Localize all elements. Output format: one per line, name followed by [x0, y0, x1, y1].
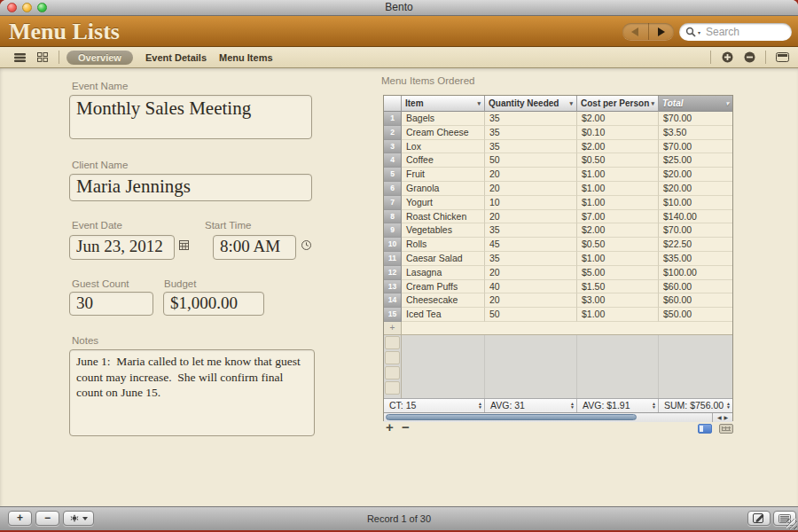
tab-overview[interactable]: Overview — [66, 51, 133, 65]
column-menu-icon[interactable]: ▾ — [725, 100, 729, 107]
table-row[interactable]: 7Yogurt10$1.00$10.00 — [384, 196, 732, 210]
summary-avg-quantity[interactable]: AVG: 31▲▼ — [485, 399, 577, 412]
summary-sum-total[interactable]: SUM: $756.00▲▼ — [659, 399, 732, 412]
start-time-field[interactable]: 8:00 AM — [213, 235, 296, 260]
cell-total[interactable]: $10.00 — [659, 196, 732, 210]
summary-stepper-icon[interactable]: ▲▼ — [726, 402, 731, 409]
tab-event-details[interactable]: Event Details — [145, 52, 207, 63]
cell-item[interactable]: Iced Tea — [402, 308, 485, 322]
cell-cost[interactable]: $0.50 — [577, 153, 659, 168]
cell-cost[interactable]: $1.00 — [577, 182, 659, 196]
summary-count[interactable]: CT: 15▲▼ — [384, 399, 485, 412]
table-row[interactable]: 15Iced Tea50$1.00$50.00 — [384, 308, 732, 322]
summary-stepper-icon[interactable]: ▲▼ — [652, 402, 656, 409]
cell-quantity[interactable]: 50 — [485, 308, 577, 322]
cell-total[interactable]: $20.00 — [659, 168, 732, 182]
cell-item[interactable]: Caesar Salad — [402, 252, 485, 266]
table-row[interactable]: 14Cheesecake20$3.00$60.00 — [384, 293, 732, 308]
cell-quantity[interactable]: 20 — [485, 266, 577, 280]
table-row[interactable]: 13Cream Puffs40$1.50$60.00 — [384, 280, 732, 294]
previous-record-button[interactable] — [622, 23, 648, 40]
cell-item[interactable]: Rolls — [402, 238, 485, 252]
column-menu-icon[interactable]: ▾ — [651, 100, 654, 107]
next-record-button[interactable] — [648, 23, 675, 40]
column-header-cost[interactable]: Cost per Person▾ — [577, 96, 659, 112]
add-row-button[interactable]: + — [384, 322, 402, 334]
resize-grip[interactable] — [786, 519, 797, 529]
cell-item[interactable]: Cream Cheese — [402, 126, 485, 140]
cell-cost[interactable]: $1.00 — [577, 308, 659, 322]
search-input[interactable] — [704, 25, 778, 39]
event-date-field[interactable]: Jun 23, 2012 — [69, 235, 175, 260]
notes-field[interactable]: June 1: Maria called to let me know that… — [69, 349, 315, 436]
cell-cost[interactable]: $0.10 — [577, 126, 659, 140]
cell-item[interactable]: Vegetables — [402, 223, 485, 238]
search-icon[interactable] — [685, 27, 696, 37]
cell-item[interactable]: Granola — [402, 182, 485, 196]
cell-cost[interactable]: $2.00 — [577, 112, 659, 126]
remove-tab-icon[interactable] — [740, 51, 758, 65]
cell-total[interactable]: $60.00 — [659, 280, 732, 294]
cell-cost[interactable]: $1.00 — [577, 196, 659, 210]
cell-total[interactable]: $100.00 — [659, 266, 732, 280]
budget-field[interactable]: $1,000.00 — [163, 292, 264, 316]
cell-quantity[interactable]: 20 — [485, 210, 577, 224]
table-row[interactable]: 8Roast Chicken20$7.00$140.00 — [384, 210, 732, 224]
clock-icon[interactable] — [301, 240, 311, 250]
cell-item[interactable]: Lasagna — [402, 266, 485, 280]
table-row[interactable]: 2Cream Cheese35$0.10$3.50 — [384, 126, 732, 140]
cell-total[interactable]: $3.50 — [659, 126, 732, 140]
cell-quantity[interactable]: 20 — [485, 293, 577, 308]
cell-quantity[interactable]: 45 — [485, 238, 577, 252]
edit-record-button[interactable] — [747, 511, 771, 526]
cell-item[interactable]: Bagels — [402, 112, 485, 126]
cell-cost[interactable]: $2.00 — [577, 140, 659, 154]
client-name-field[interactable]: Maria Jennings — [69, 174, 312, 201]
theme-panel-icon[interactable] — [773, 51, 791, 65]
cell-item[interactable]: Roast Chicken — [402, 210, 485, 224]
table-row[interactable]: 11Caesar Salad35$1.00$35.00 — [384, 252, 732, 266]
cell-item[interactable]: Cheesecake — [402, 293, 485, 308]
cell-quantity[interactable]: 35 — [485, 252, 577, 266]
cell-quantity[interactable]: 20 — [485, 182, 577, 196]
cell-total[interactable]: $70.00 — [659, 112, 732, 126]
column-header-total[interactable]: Total▾ — [659, 96, 732, 112]
cell-total[interactable]: $70.00 — [659, 140, 732, 154]
table-add-button[interactable]: + — [386, 421, 394, 434]
cell-cost[interactable]: $1.00 — [577, 252, 659, 266]
summary-stepper-icon[interactable]: ▲▼ — [570, 402, 575, 409]
cell-total[interactable]: $20.00 — [659, 182, 732, 196]
table-row[interactable]: 1Bagels35$2.00$70.00 — [384, 112, 732, 126]
cell-quantity[interactable]: 35 — [485, 140, 577, 154]
cell-total[interactable]: $35.00 — [659, 252, 732, 266]
cell-total[interactable]: $50.00 — [659, 308, 732, 322]
cell-cost[interactable]: $1.00 — [577, 168, 659, 182]
scroll-right-icon[interactable]: ▶ — [724, 414, 729, 420]
add-row[interactable]: + — [384, 322, 732, 335]
horizontal-scrollbar[interactable]: ◀▶ — [384, 412, 732, 422]
column-header-quantity[interactable]: Quantity Needed▾ — [485, 96, 577, 112]
cell-quantity[interactable]: 35 — [485, 223, 577, 238]
table-row[interactable]: 4Coffee50$0.50$25.00 — [384, 153, 732, 168]
cell-quantity[interactable]: 35 — [485, 112, 577, 126]
cell-item[interactable]: Cream Puffs — [402, 280, 485, 294]
search-menu-caret-icon[interactable]: ▾ — [698, 29, 700, 35]
cell-quantity[interactable]: 20 — [485, 168, 577, 182]
cell-item[interactable]: Fruit — [402, 168, 485, 182]
cell-cost[interactable]: $7.00 — [577, 210, 659, 224]
calendar-icon[interactable] — [179, 240, 189, 250]
cell-cost[interactable]: $2.00 — [577, 223, 659, 238]
table-row[interactable]: 6Granola20$1.00$20.00 — [384, 182, 732, 196]
cell-total[interactable]: $70.00 — [659, 223, 732, 238]
table-row[interactable]: 5Fruit20$1.00$20.00 — [384, 168, 732, 182]
column-menu-icon[interactable]: ▾ — [477, 100, 481, 107]
cell-total[interactable]: $60.00 — [659, 293, 732, 308]
search-box[interactable]: ▾ — [679, 23, 792, 41]
table-row[interactable]: 12Lasagna20$5.00$100.00 — [384, 266, 732, 280]
cell-quantity[interactable]: 40 — [485, 280, 577, 294]
scrollbar-arrows[interactable]: ◀▶ — [712, 413, 732, 422]
list-view-icon[interactable] — [11, 51, 28, 65]
table-remove-button[interactable]: − — [402, 421, 410, 434]
column-menu-icon[interactable]: ▾ — [569, 100, 573, 107]
scroll-left-icon[interactable]: ◀ — [717, 414, 722, 420]
